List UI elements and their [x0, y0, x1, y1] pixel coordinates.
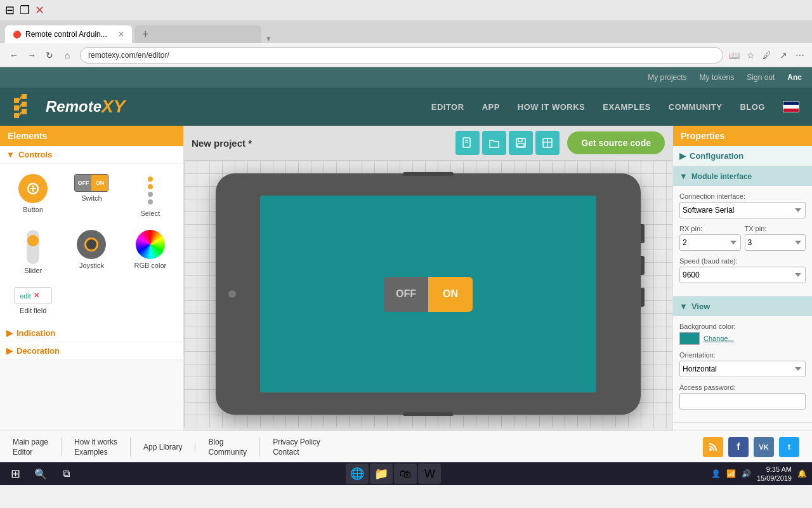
control-joystick[interactable]: Joystick [63, 225, 119, 279]
taskbar-explorer[interactable]: 📁 [370, 464, 393, 484]
taskbar-word[interactable]: W [418, 464, 441, 484]
address-input[interactable] [80, 47, 723, 64]
share-icon[interactable]: ↗ [776, 48, 790, 62]
button-icon [18, 174, 48, 203]
nav-community[interactable]: COMMUNITY [669, 102, 723, 112]
start-button[interactable]: ⊞ [4, 464, 27, 484]
notification-icon[interactable]: 🔔 [796, 467, 808, 480]
control-button[interactable]: Button [5, 169, 61, 222]
rss-icon[interactable] [703, 437, 723, 457]
search-button[interactable]: 🔍 [29, 464, 52, 484]
control-editfield[interactable]: edit ✕ Edit field [5, 282, 61, 319]
footer-privacy[interactable]: Privacy Policy [273, 438, 320, 446]
joystick-label: Joystick [79, 262, 104, 269]
module-arrow: ▼ [679, 171, 688, 181]
switch-off[interactable]: OFF [384, 277, 428, 312]
footer-community[interactable]: Community [208, 448, 247, 457]
canvas-grid[interactable]: OFF ON [184, 161, 672, 427]
highlight-icon[interactable]: 🖊 [760, 48, 774, 62]
tx-pin-field: TX pin: 3 [745, 225, 806, 251]
new-file-btn[interactable] [455, 131, 480, 155]
bookmark-icon[interactable]: ☆ [743, 48, 757, 62]
tab-dropdown[interactable]: ▾ [266, 34, 271, 43]
tray-volume[interactable]: 🔊 [740, 467, 753, 480]
window-controls[interactable]: ⊟ ❐ ✕ [5, 3, 44, 17]
resize-btn[interactable] [535, 131, 560, 155]
change-color-link[interactable]: Change... [704, 335, 734, 342]
logo[interactable]: Remote XY [13, 93, 125, 121]
reader-icon[interactable]: 📖 [727, 48, 741, 62]
footer-contact[interactable]: Contact [273, 448, 320, 457]
indication-arrow: ▶ [6, 328, 13, 338]
taskbar-store[interactable]: 🛍 [394, 464, 417, 484]
active-tab[interactable]: 🔴 Remote control Arduin... ✕ [5, 25, 132, 43]
nav-blog[interactable]: BLOG [740, 102, 765, 112]
nav-how-it-works[interactable]: HOW IT WORKS [518, 102, 585, 112]
taskbar: ⊞ 🔍 ⧉ 🌐 📁 🛍 W 👤 📶 🔊 9:35 AM 15/09/2 [0, 462, 812, 485]
switch-widget[interactable]: OFF ON [384, 277, 473, 312]
save-btn[interactable] [509, 131, 533, 155]
nav-examples[interactable]: EXAMPLES [603, 102, 651, 112]
facebook-icon[interactable]: f [728, 437, 749, 457]
control-select[interactable]: Select [122, 169, 178, 222]
speed-select[interactable]: 9600 [679, 267, 806, 283]
svg-line-7 [19, 104, 22, 108]
footer-col-4: Blog Community [208, 438, 260, 457]
control-rgb[interactable]: RGB color [122, 225, 178, 279]
tray-people[interactable]: 👤 [710, 467, 723, 480]
my-projects-link[interactable]: My projects [648, 73, 686, 82]
language-flag[interactable] [783, 101, 799, 112]
footer-examples[interactable]: Examples [74, 448, 117, 457]
elements-header: Elements [0, 126, 183, 146]
nav-app[interactable]: APP [482, 102, 500, 112]
control-slider[interactable]: Slider [5, 225, 61, 279]
open-btn[interactable] [482, 131, 506, 155]
forward-button[interactable]: → [23, 46, 41, 64]
taskbar-clock[interactable]: 9:35 AM 15/09/2019 [757, 465, 792, 483]
color-swatch-box[interactable] [679, 332, 700, 345]
phone-screen[interactable]: OFF ON [260, 196, 596, 392]
switch-on[interactable]: ON [428, 277, 473, 312]
indication-label: Indication [16, 328, 55, 338]
rx-pin-select[interactable]: 2 [679, 234, 741, 251]
footer-blog[interactable]: Blog [208, 438, 247, 446]
module-interface-header[interactable]: ▼ Module interface [673, 166, 812, 186]
footer-how-it-works[interactable]: How it works [74, 438, 117, 446]
store-icon: 🛍 [400, 467, 411, 481]
tray-network[interactable]: 📶 [725, 467, 738, 480]
svg-line-8 [19, 112, 22, 116]
get-source-btn[interactable]: Get source code [567, 131, 665, 154]
my-tokens-link[interactable]: My tokens [700, 73, 735, 82]
task-view-button[interactable]: ⧉ [55, 464, 77, 484]
tab-close[interactable]: ✕ [118, 30, 124, 39]
control-switch[interactable]: OFF ON Switch [63, 169, 119, 222]
back-button[interactable]: ← [5, 46, 23, 64]
footer-app-library[interactable]: App Library [143, 443, 182, 451]
orientation-select[interactable]: Horizontal [679, 361, 806, 377]
tx-pin-select[interactable]: 3 [745, 234, 806, 251]
connection-select[interactable]: Software Serial [679, 202, 806, 218]
color-swatch: Change... [679, 332, 806, 345]
connection-field: Connection interface: Software Serial [679, 192, 806, 218]
controls-section-header[interactable]: ▼ Controls [0, 146, 183, 164]
twitter-icon[interactable]: t [779, 437, 799, 457]
footer-social: f VK t [703, 437, 799, 457]
vk-icon[interactable]: VK [754, 437, 774, 457]
decoration-section[interactable]: ▶ Decoration [0, 342, 183, 360]
refresh-button[interactable]: ↻ [41, 46, 58, 64]
menu-icon[interactable]: ⋯ [793, 48, 807, 62]
new-tab[interactable]: + [134, 25, 261, 43]
footer-main-page[interactable]: Main page [13, 438, 48, 446]
access-password-input[interactable] [679, 393, 806, 410]
indication-section[interactable]: ▶ Indication [0, 324, 183, 342]
footer-editor[interactable]: Editor [13, 448, 48, 457]
tab-title: Remote control Arduin... [25, 30, 107, 39]
home-button[interactable]: ⌂ [58, 46, 76, 64]
configuration-header[interactable]: ▶ Configuration [673, 146, 812, 166]
properties-header: Properties [673, 126, 812, 146]
view-header[interactable]: ▼ View [673, 297, 812, 316]
nav-editor[interactable]: EDITOR [431, 102, 464, 112]
sign-out-link[interactable]: Sign out [747, 73, 775, 82]
nav-controls[interactable]: ← → ↻ ⌂ [5, 46, 76, 64]
taskbar-browser[interactable]: 🌐 [346, 464, 369, 484]
